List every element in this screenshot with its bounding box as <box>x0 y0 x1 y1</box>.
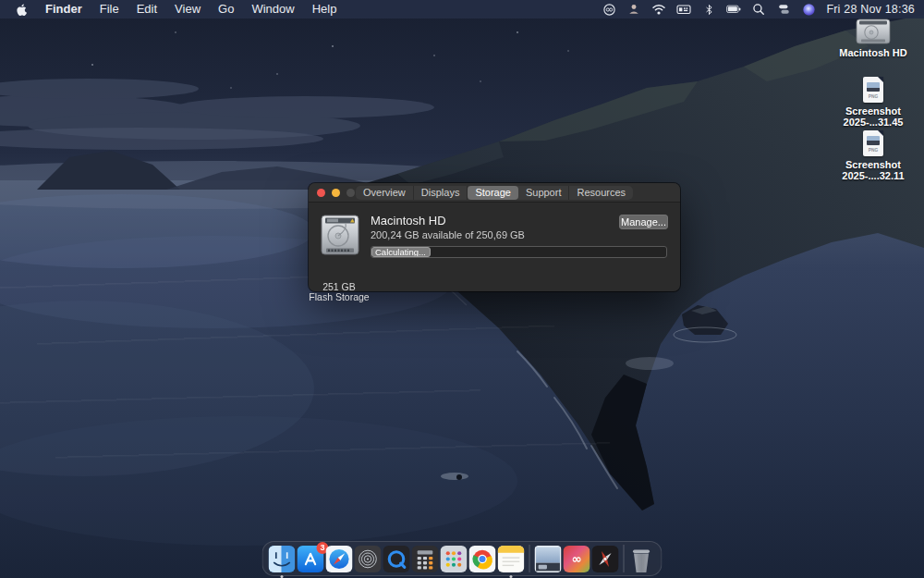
trash-icon <box>629 546 654 573</box>
desktop-icon-column: Macintosh HD PNG Screenshot 2025-...31.4… <box>822 0 924 277</box>
dock-finder[interactable] <box>269 546 296 572</box>
menubar: Finder File Edit View Go Window Help <box>0 0 924 18</box>
dock-notes[interactable] <box>498 546 525 572</box>
apple-menu-icon[interactable] <box>13 2 28 17</box>
dock-app-store[interactable]: 3 <box>298 546 324 572</box>
dock-quicktime-player[interactable] <box>383 546 410 572</box>
desktop-icon-screenshot-1[interactable]: PNG Screenshot 2025-...31.45 <box>822 77 924 128</box>
dock-minimized-window[interactable] <box>535 546 562 572</box>
calculating-segment: Calculating... <box>371 247 431 257</box>
bluetooth-icon[interactable] <box>701 2 716 17</box>
battery-icon[interactable] <box>726 2 741 17</box>
desktop-label: Screenshot 2025-...31.45 <box>844 105 904 128</box>
svg-text:∞: ∞ <box>571 552 581 566</box>
drive-availability: 200,24 GB available of 250,69 GB <box>371 229 525 240</box>
calculator-icon <box>412 546 439 572</box>
manage-button[interactable]: Manage... <box>619 215 668 229</box>
desktop-icon-macintosh-hd[interactable]: Macintosh HD <box>822 18 924 58</box>
tab-resources[interactable]: Resources <box>569 186 633 200</box>
desktop-label: Macintosh HD <box>839 47 906 58</box>
dock-separator <box>529 545 530 572</box>
spotlight-icon[interactable] <box>751 2 766 17</box>
time-machine-icon <box>355 546 382 572</box>
png-tag: PNG <box>867 148 879 153</box>
png-file-icon: PNG <box>863 130 883 156</box>
dock: 3 <box>262 541 663 576</box>
dock-time-machine[interactable] <box>355 546 382 572</box>
user-bust-icon[interactable] <box>626 2 641 17</box>
hard-drive-icon <box>320 214 360 256</box>
tab-bar: Overview Displays Storage Support Resour… <box>356 186 633 200</box>
drive-caption: 251 GB Flash Storage <box>309 282 370 302</box>
dock-chrome[interactable] <box>469 546 496 572</box>
storage-pane: 251 GB Flash Storage Macintosh HD 200,24… <box>309 203 680 290</box>
dock-dark-pinwheel-app[interactable] <box>592 546 619 572</box>
menu-finder[interactable]: Finder <box>45 0 82 18</box>
png-file-icon: PNG <box>863 77 883 103</box>
png-tag: PNG <box>867 94 879 99</box>
creative-cloud-icon: ∞ <box>564 546 590 572</box>
dock-launchpad[interactable] <box>441 546 468 572</box>
traffic-lights <box>317 189 355 197</box>
chrome-icon <box>469 546 496 572</box>
wifi-icon[interactable] <box>651 2 666 17</box>
creative-cloud-icon[interactable] <box>602 2 616 17</box>
dock-creative-cloud[interactable]: ∞ <box>564 546 590 572</box>
menu-file[interactable]: File <box>100 0 119 18</box>
tab-support[interactable]: Support <box>518 186 570 200</box>
dock-safari[interactable] <box>326 546 353 572</box>
window-stack-icon[interactable] <box>776 2 791 17</box>
desktop-label: Screenshot 2025-....32.11 <box>842 159 904 181</box>
menubar-clock[interactable]: Fri 28 Nov 18:36 <box>826 3 915 16</box>
safari-icon <box>326 546 353 572</box>
siri-orb-icon[interactable] <box>801 2 816 17</box>
minimize-button[interactable] <box>332 189 340 197</box>
desktop-icon-screenshot-2[interactable]: PNG Screenshot 2025-....32.11 <box>822 130 924 181</box>
zoom-button-disabled <box>346 189 355 197</box>
drive-name: Macintosh HD <box>371 214 446 228</box>
dock-separator <box>624 545 625 572</box>
menubar-menus: Finder File Edit View Go Window Help <box>0 0 336 18</box>
dock-trash[interactable] <box>629 546 656 572</box>
tab-displays[interactable]: Displays <box>414 186 468 200</box>
menu-edit[interactable]: Edit <box>137 0 157 18</box>
tab-overview[interactable]: Overview <box>356 186 414 200</box>
minimized-window-thumbnail <box>535 546 562 572</box>
keyboard-input-icon[interactable] <box>676 2 691 17</box>
window-titlebar[interactable]: Overview Displays Storage Support Resour… <box>309 183 680 203</box>
menubar-status: Fri 28 Nov 18:36 <box>602 0 924 18</box>
close-button[interactable] <box>317 189 325 197</box>
dock-calculator[interactable] <box>412 546 439 572</box>
menu-go[interactable]: Go <box>218 0 234 18</box>
menu-view[interactable]: View <box>175 0 201 18</box>
about-this-mac-window: Overview Displays Storage Support Resour… <box>309 183 680 291</box>
quicktime-icon <box>383 546 410 572</box>
menu-window[interactable]: Window <box>251 0 294 18</box>
finder-icon <box>269 546 296 572</box>
menu-help[interactable]: Help <box>312 0 337 18</box>
notes-icon <box>498 546 525 572</box>
hard-drive-icon <box>856 18 891 44</box>
storage-usage-bar: Calculating... <box>371 246 667 258</box>
pinwheel-app-icon <box>592 546 619 572</box>
launchpad-icon <box>441 546 468 572</box>
tab-storage[interactable]: Storage <box>468 186 518 200</box>
